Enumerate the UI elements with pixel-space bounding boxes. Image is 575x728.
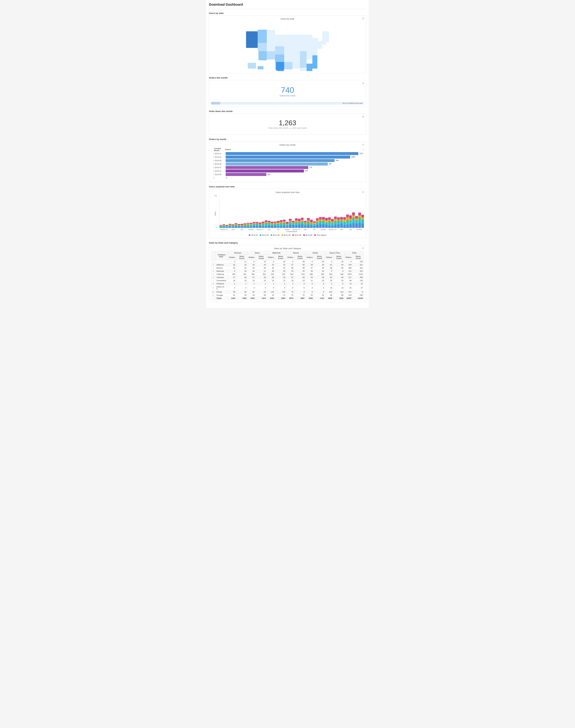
legend-item: 30 to 39 [271,234,279,236]
state-or [258,30,267,43]
state-co [275,54,284,63]
state-az [259,51,267,60]
items-number: 1,263 [214,119,361,127]
uot-bar-col [304,221,307,228]
state-ut [267,51,275,60]
state-ak [248,63,256,69]
uot-chart-container: 250 0 Users January '16AprilJulyOctoberJ… [211,195,364,232]
orders-month-card: ⚙ 740 Orders this month 6% of 13444 for … [209,80,366,107]
uot-bar-col [283,220,285,228]
uot-bar-col [325,218,328,228]
state-sc [312,62,317,69]
state-oh [312,38,318,47]
table-row: 8 Delaware 11 11 11 33 55 55 1216 [211,282,364,285]
uot-bar-col [223,224,225,228]
obm-bar-row: 5 2019-07 716 [211,166,364,169]
gear-icon-obm[interactable]: ⚙ [362,143,364,146]
uot-bar-col [337,217,340,228]
orders-metric: 740 Orders this month [211,82,364,101]
obm-bar-row: 4 2019-08 887 [211,162,364,166]
th-cat: Jeans [247,251,267,255]
uot-bar-col [289,219,292,228]
uot-bars [219,195,364,228]
uot-bar-col [361,215,364,228]
state-nj [322,41,326,44]
order-items-label: Order Items this month [209,110,366,112]
th-orders: Orders [286,255,295,260]
uot-bar-col [265,220,267,228]
th-items: Items Count [295,255,306,260]
orders-month-label: Orders this month [209,77,366,79]
th-cat: Tops & Tees [325,251,344,255]
state-pa [317,41,322,49]
uot-bar-col [358,213,361,228]
state-va [312,47,317,55]
gear-icon-sales[interactable]: ⚙ [362,247,364,250]
state-ct [326,35,329,39]
sales-table-title: Sales by State and Category [211,247,364,250]
map-title: Users by state [211,17,364,20]
gear-icon-uot[interactable]: ⚙ [362,191,364,193]
state-nd [284,35,293,44]
th-orders: Orders [228,255,236,260]
state-in [307,43,312,51]
table-row: 7 Connecticut 1919 1415 1313 1919 1119 2… [211,279,364,282]
th-state: CategoryState ↑ [215,251,228,260]
uot-bar-col [235,223,237,228]
state-wa [267,30,275,41]
obm-bar-row: 6 2019-12 679 [211,170,364,173]
state-mo [293,53,300,61]
uot-x-label: Created Month [219,231,364,232]
uot-bar-col [232,224,234,228]
state-mn [293,35,300,44]
uot-x-axis: January '16AprilJulyOctoberJanuary '17Ap… [219,229,364,230]
uot-bar-col [271,222,273,228]
totals-row: Totals 13441393 14341472 12331283 297430… [211,297,364,300]
orders-progress-bar: 6% of 13444 for the year [211,102,364,105]
uot-bar-col [280,220,282,228]
users-by-state-card: ⚙ Users by state [209,15,366,73]
uot-bar-col [244,223,246,228]
th-items: Items Count [314,255,325,260]
main-page: Download Dashboard Users by state ⚙ User… [206,0,369,308]
uot-bar-col [262,222,265,228]
table-row: 1 011 014 018 038 020 029 0130 [211,260,364,263]
uot-bar-col [250,223,252,228]
uot-bar-col [253,222,255,228]
obm-bar-row: 2 2019-10 1081 [211,155,364,158]
uot-bar-col [292,221,295,228]
state-tx [276,62,284,71]
map-container: Users by state [211,17,364,71]
state-ks [284,62,293,69]
gear-icon-orders[interactable]: ⚙ [362,82,364,84]
legend-item: 70 or Above [314,234,326,236]
uot-bar-col [334,217,337,228]
state-wy [275,46,284,54]
uot-bar-col [238,224,240,228]
sales-table-wrap: CategoryState ↑DressesJeansMaternityShor… [211,251,364,300]
obm-bar-row: 1 2019-11 1151 [211,152,364,155]
state-sd [284,44,293,54]
th-cat: Socks [306,251,325,255]
orders-sublabel: Orders this month [214,95,361,97]
th-cat: Dresses [228,251,247,255]
state-ky [300,51,307,60]
obm-bar-row: 3 2019-09 946 [211,159,364,162]
table-row: 4 Arkansas 916 1611 2828 2525 3333 00 11… [211,269,364,273]
state-nv [258,43,267,51]
gear-icon[interactable]: ⚙ [362,17,364,20]
state-id [267,41,275,51]
th-items: Items Count [333,255,344,260]
uot-y-label: Users [214,211,216,216]
th-cat: Shorts [286,251,306,255]
table-row: 6 Colorado 2728 2728 2829 6769 3536 6366… [211,276,364,279]
orders-by-month-label: Orders by month [209,138,366,141]
legend-item: 50 to 59 [292,234,301,236]
state-nc [312,55,317,62]
state-il [300,43,307,51]
uot-bar-col [268,221,270,228]
obm-bars: 1 2019-11 1151 2 2019-10 1081 3 2019-09 … [211,152,364,179]
gear-icon-items[interactable]: ⚙ [362,115,364,118]
uot-bar-col [307,218,310,228]
uot-bar-col [247,223,249,228]
